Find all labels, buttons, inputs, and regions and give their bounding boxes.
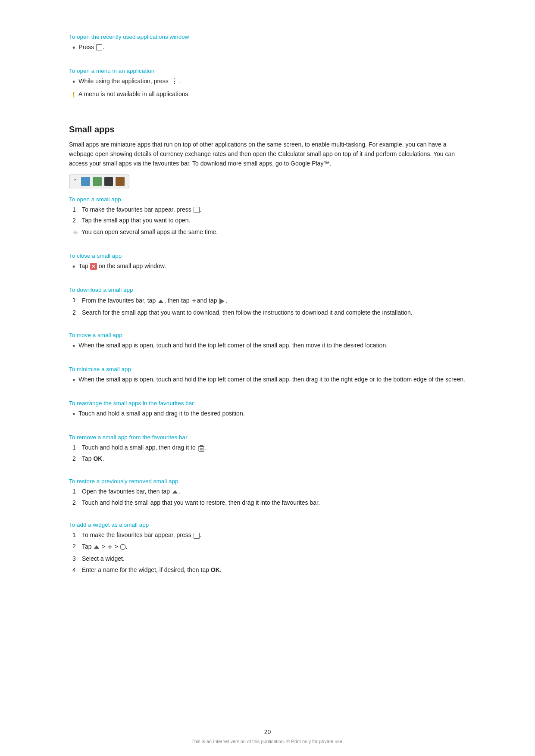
text-aw-4: Enter a name for the widget, if desired,… <box>82 565 222 575</box>
numbered-item-1: 1 To make the favourites bar appear, pre… <box>72 205 466 215</box>
bullet-recently-used: • Press . <box>72 43 466 53</box>
bullet-minimise: • When the small app is open, touch and … <box>72 375 466 386</box>
numbered-item-aw-3: 3 Select a widget. <box>72 554 466 564</box>
circle-icon-aw <box>120 544 126 550</box>
text-aw-1: To make the favourites bar appear, press… <box>82 531 201 540</box>
chevron-up-aw <box>94 545 99 549</box>
favourites-bar-illustration: ⌃ <box>69 175 129 188</box>
small-apps-description: Small apps are miniature apps that run o… <box>69 140 466 169</box>
list-add-widget: 1 To make the favourites bar appear, pre… <box>72 531 466 575</box>
num-aw-4: 4 <box>72 565 82 575</box>
fav-icon-2 <box>93 177 102 186</box>
section-rearrange: To rearrange the small apps in the favou… <box>69 400 466 420</box>
page-content: To open the recently used applications w… <box>0 0 535 756</box>
fav-icon-1 <box>81 177 90 186</box>
text-aw-3: Select a widget. <box>82 554 125 564</box>
text-dl-1: From the favourites bar, tap , then tap … <box>82 296 227 306</box>
tip-open-small-app: ✳ You can open several small apps at the… <box>72 228 466 238</box>
num-dl-2: 2 <box>72 308 82 318</box>
num-rs-1: 1 <box>72 487 82 497</box>
bullet-dot-move: • <box>72 341 75 352</box>
text-open-1: To make the favourites bar appear, press… <box>82 205 201 215</box>
footer-text: This is an Internet version of this publ… <box>0 739 535 744</box>
section-menu: To open a menu in an application • While… <box>69 68 466 100</box>
svg-rect-2 <box>200 445 203 447</box>
bullet-dot-menu: • <box>72 77 75 87</box>
text-close: Tap ✕ on the small app window. <box>78 262 166 271</box>
section-restore-small-app: To restore a previously removed small ap… <box>69 478 466 507</box>
heading-download-small-app: To download a small app <box>69 287 466 293</box>
svg-point-6 <box>120 544 125 550</box>
page-number: 20 <box>264 728 271 735</box>
list-open-small-app: 1 To make the favourites bar appear, pre… <box>72 205 466 225</box>
num-1: 1 <box>72 205 82 215</box>
heading-open-small-app: To open a small app <box>69 196 466 203</box>
bullet-menu-2: ! A menu is not available in all applica… <box>72 90 466 100</box>
plus-icon-aw: + <box>108 542 112 553</box>
bullet-dot-minimise: • <box>72 375 75 386</box>
section-open-small-app: To open a small app 1 To make the favour… <box>69 196 466 238</box>
fav-icon-4 <box>116 177 125 186</box>
x-icon: ✕ <box>90 263 97 270</box>
heading-restore-small-app: To restore a previously removed small ap… <box>69 478 466 484</box>
list-remove-small-app: 1 Touch and hold a small app, then drag … <box>72 443 466 464</box>
text-rearrange: Touch and hold a small app and drag it t… <box>78 409 244 419</box>
bullet-dot: • <box>72 43 75 53</box>
bullet-text-menu1: While using the application, press ⋮. <box>78 77 181 86</box>
list-restore-small-app: 1 Open the favourites bar, then tap . 2 … <box>72 487 466 507</box>
bullet-dot-close: • <box>72 262 75 272</box>
fav-icon-3 <box>104 177 113 186</box>
num-rs-2: 2 <box>72 498 82 508</box>
trash-icon <box>198 444 204 453</box>
text-move: When the small app is open, touch and ho… <box>78 341 388 350</box>
text-dl-2: Search for the small app that you want t… <box>82 308 413 318</box>
heading-remove-small-app: To remove a small app from the favourite… <box>69 434 466 440</box>
chevron-up-restore <box>172 490 178 494</box>
square-icon-aw <box>194 533 200 539</box>
text-aw-2: Tap > + > . <box>82 542 128 553</box>
section-minimise-small-app: To minimise a small app • When the small… <box>69 366 466 386</box>
section-remove-small-app: To remove a small app from the favourite… <box>69 434 466 464</box>
tip-icon: ✳ <box>72 228 78 238</box>
section-close-small-app: To close a small app • Tap ✕ on the smal… <box>69 253 466 272</box>
text-minimise: When the small app is open, touch and ho… <box>78 375 465 384</box>
plus-icon-dl: + <box>192 296 196 306</box>
bullet-move: • When the small app is open, touch and … <box>72 341 466 352</box>
square-icon-open <box>194 207 200 213</box>
chevron-up-dl <box>158 300 163 303</box>
numbered-item-aw-2: 2 Tap > + > . <box>72 542 466 553</box>
num-dl-1: 1 <box>72 296 82 305</box>
num-2: 2 <box>72 216 82 225</box>
bullet-menu-1: • While using the application, press ⋮. <box>72 77 466 87</box>
numbered-item-dl-1: 1 From the favourites bar, tap , then ta… <box>72 296 466 306</box>
ok-bold-aw: OK <box>211 566 220 573</box>
numbered-item-rs-1: 1 Open the favourites bar, then tap . <box>72 487 466 497</box>
heading-minimise-small-app: To minimise a small app <box>69 366 466 372</box>
text-rs-1: Open the favourites bar, then tap . <box>82 487 180 497</box>
heading-menu: To open a menu in an application <box>69 68 466 74</box>
play-icon-dl <box>219 298 225 304</box>
fav-chevron-icon: ⌃ <box>73 178 78 184</box>
heading-rearrange: To rearrange the small apps in the favou… <box>69 400 466 406</box>
numbered-item-rs-2: 2 Touch and hold the small app that you … <box>72 498 466 508</box>
numbered-item-rm-2: 2 Tap OK. <box>72 454 466 464</box>
text-rm-2: Tap OK. <box>82 454 104 464</box>
num-rm-2: 2 <box>72 454 82 464</box>
num-aw-3: 3 <box>72 554 82 564</box>
section-download-small-app: To download a small app 1 From the favou… <box>69 287 466 317</box>
section-add-widget: To add a widget as a small app 1 To make… <box>69 522 466 575</box>
bullet-rearrange: • Touch and hold a small app and drag it… <box>72 409 466 420</box>
numbered-item-rm-1: 1 Touch and hold a small app, then drag … <box>72 443 466 453</box>
heading-recently-used: To open the recently used applications w… <box>69 34 466 40</box>
square-icon <box>96 44 102 50</box>
exclaim-icon: ! <box>72 90 75 100</box>
dots-menu-icon: ⋮ <box>171 78 178 85</box>
text-open-2: Tap the small app that you want to open. <box>82 216 190 225</box>
numbered-item-dl-2: 2 Search for the small app that you want… <box>72 308 466 318</box>
text-rm-1: Touch and hold a small app, then drag it… <box>82 443 207 453</box>
bullet-text-recently-used: Press . <box>78 43 104 52</box>
text-rs-2: Touch and hold the small app that you wa… <box>82 498 320 508</box>
num-aw-1: 1 <box>72 531 82 540</box>
tip-text: You can open several small apps at the s… <box>81 228 218 237</box>
section-move-small-app: To move a small app • When the small app… <box>69 332 466 352</box>
